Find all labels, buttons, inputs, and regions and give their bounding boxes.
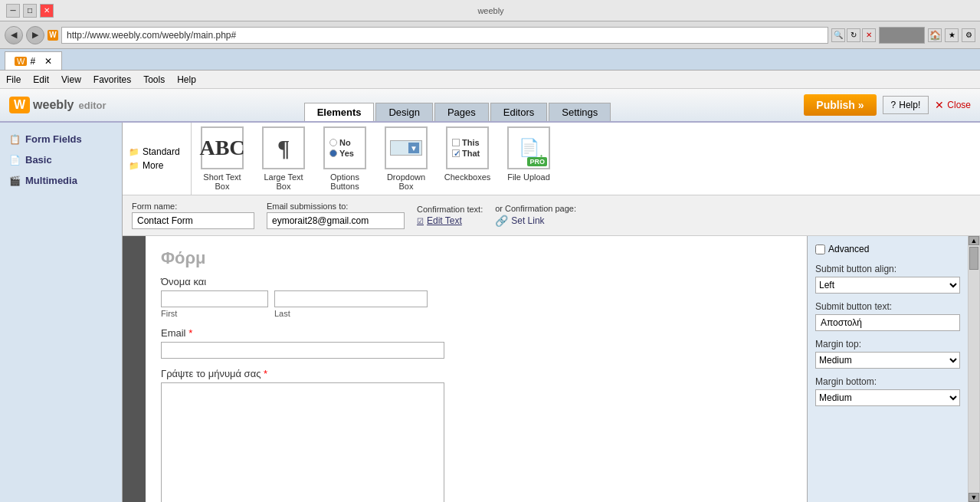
help-button[interactable]: ? Help! — [883, 96, 929, 114]
toolbar-wrapper: 📁 Standard 📁 More ABC Short Text Box ¶ L… — [123, 123, 980, 195]
scroll-track — [969, 245, 979, 493]
search-btn[interactable]: 🔍 — [831, 28, 845, 42]
browser-icon: W — [48, 30, 58, 41]
email-row-label: Email * — [161, 327, 792, 339]
last-name-group: Last — [274, 290, 428, 318]
address-bar-row: ◀ ▶ W http://www.weebly.com/weebly/main.… — [0, 21, 980, 49]
scroll-up-btn[interactable]: ▲ — [969, 236, 979, 245]
nav-tabs-container: Elements Design Pages Editors Settings — [304, 89, 613, 121]
main-layout: 📋 Form Fields 📄 Basic 🎬 Multimedia 📁 — [0, 123, 980, 502]
first-label: First — [161, 309, 268, 318]
home-btn[interactable]: 🏠 — [928, 28, 942, 42]
last-name-input[interactable] — [274, 290, 428, 307]
search-box[interactable] — [879, 27, 925, 44]
margin-bottom-select[interactable]: SmallMediumLarge — [815, 389, 960, 406]
short-text-icon: ABC — [201, 126, 244, 169]
large-text-label: Large Text Box — [260, 172, 307, 191]
sidebar-item-multimedia[interactable]: 🎬 Multimedia — [0, 170, 122, 191]
content-area: 📁 Standard 📁 More ABC Short Text Box ¶ L… — [123, 123, 980, 502]
message-label: Γράψτε το μήνυμά σας * — [161, 368, 792, 379]
menu-view[interactable]: View — [61, 74, 81, 85]
form-fields-icon: 📋 — [9, 134, 21, 145]
submit-text-input[interactable] — [815, 314, 960, 331]
options-label: Options Buttons — [321, 172, 369, 191]
email-input[interactable] — [267, 212, 405, 229]
forward-button[interactable]: ▶ — [26, 26, 44, 44]
message-row: Γράψτε το μήνυμά σας * — [161, 368, 792, 502]
settings-btn[interactable]: ⚙ — [962, 28, 975, 42]
tool-dropdown[interactable]: ▼ Dropdown Box — [375, 123, 437, 195]
margin-top-select[interactable]: SmallMediumLarge — [815, 352, 960, 369]
tool-short-text[interactable]: ABC Short Text Box — [192, 123, 253, 195]
vertical-scrollbar[interactable]: ▲ ▼ — [968, 236, 980, 502]
right-panel: Advanced Submit button align: LeftCenter… — [807, 236, 968, 502]
window-title: weebly — [477, 6, 503, 15]
standard-label: Standard — [143, 146, 180, 157]
address-input[interactable]: http://www.weebly.com/weebly/main.php# — [61, 27, 828, 44]
tab-elements[interactable]: Elements — [304, 103, 375, 121]
back-button[interactable]: ◀ — [5, 26, 23, 44]
tab-favicon: W — [15, 57, 27, 66]
edit-text-button[interactable]: ☑ Edit Text — [417, 215, 483, 226]
name-inputs: First Last — [161, 290, 792, 318]
form-name-group: Form name: — [132, 202, 254, 229]
logo-text: weebly — [33, 98, 74, 112]
form-title-text: Φόρμ — [161, 248, 792, 268]
tab-design[interactable]: Design — [375, 103, 432, 121]
margin-top-label: Margin top: — [815, 339, 960, 349]
menu-file[interactable]: File — [6, 74, 21, 85]
maximize-btn[interactable]: □ — [23, 4, 37, 18]
menu-tools[interactable]: Tools — [143, 74, 165, 85]
canvas-area: Φόρμ Όνομα και First — [146, 236, 807, 502]
file-upload-label: File Upload — [507, 172, 550, 182]
scroll-thumb[interactable] — [969, 247, 978, 270]
publish-button[interactable]: Publish » — [804, 94, 876, 116]
set-link-button[interactable]: 🔗 Set Link — [495, 215, 576, 227]
dropdown-label: Dropdown Box — [382, 172, 430, 191]
close-window-btn[interactable]: ✕ — [40, 4, 54, 18]
menu-help[interactable]: Help — [177, 74, 196, 85]
email-group: Email submissions to: — [267, 202, 405, 229]
sidebar-multimedia-label: Multimedia — [25, 175, 77, 186]
tab-close-icon[interactable]: ✕ — [44, 56, 52, 67]
last-label: Last — [274, 309, 428, 318]
tab-editors[interactable]: Editors — [490, 103, 547, 121]
email-field-input[interactable] — [161, 342, 444, 359]
menu-bar: File Edit View Favorites Tools Help — [0, 71, 980, 89]
sidebar: 📋 Form Fields 📄 Basic 🎬 Multimedia — [0, 123, 123, 502]
short-text-label: Short Text Box — [198, 172, 246, 191]
logo-editor: editor — [78, 100, 106, 111]
tab-settings[interactable]: Settings — [549, 103, 611, 121]
form-name-input[interactable] — [132, 212, 254, 229]
stop-btn[interactable]: ✕ — [862, 28, 876, 42]
tool-options[interactable]: No Yes Options Buttons — [314, 123, 375, 195]
sidebar-item-basic[interactable]: 📄 Basic — [0, 149, 122, 170]
sidebar-item-form-fields[interactable]: 📋 Form Fields — [0, 129, 122, 149]
link-icon: 🔗 — [495, 215, 508, 227]
edit-text-label: Edit Text — [427, 215, 462, 226]
advanced-checkbox[interactable] — [815, 244, 825, 254]
tab-pages[interactable]: Pages — [434, 103, 489, 121]
menu-edit[interactable]: Edit — [33, 74, 49, 85]
browser-tab[interactable]: W # ✕ — [5, 51, 62, 70]
menu-favorites[interactable]: Favorites — [93, 74, 131, 85]
sidebar-form-fields-label: Form Fields — [25, 133, 82, 145]
star-btn[interactable]: ★ — [945, 28, 959, 42]
message-textarea[interactable] — [161, 382, 444, 502]
email-row: Email * — [161, 327, 792, 359]
standard-button[interactable]: 📁 Standard — [129, 146, 185, 157]
submit-align-select[interactable]: LeftCenterRight — [815, 277, 960, 294]
tool-large-text[interactable]: ¶ Large Text Box — [253, 123, 314, 195]
tool-file-upload[interactable]: 📄 ↑ PRO File Upload — [498, 123, 559, 195]
tool-checkboxes[interactable]: This ✓ That Checkboxes — [437, 123, 498, 195]
email-required-star: * — [188, 327, 192, 339]
standard-more-section: 📁 Standard 📁 More — [123, 123, 192, 195]
first-name-input[interactable] — [161, 290, 268, 307]
scroll-down-btn[interactable]: ▼ — [969, 493, 979, 502]
more-button[interactable]: 📁 More — [129, 160, 185, 171]
message-required-star: * — [264, 368, 267, 379]
minimize-btn[interactable]: ─ — [6, 4, 20, 18]
margin-top-field: Margin top: SmallMediumLarge — [815, 339, 960, 369]
refresh-btn[interactable]: ↻ — [847, 28, 860, 42]
close-app-button[interactable]: ✕ Close — [935, 99, 971, 111]
